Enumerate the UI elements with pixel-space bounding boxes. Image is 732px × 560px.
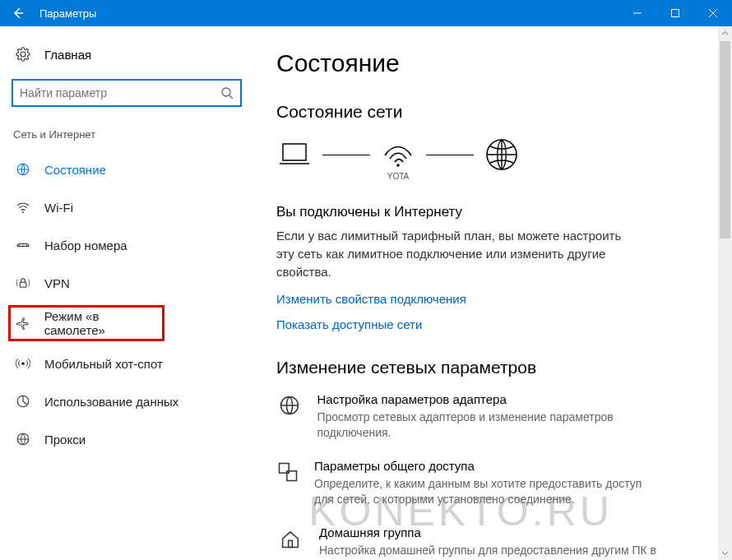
nav-item-airplane[interactable]: Режим «в самолете» (8, 305, 164, 341)
page-title: Состояние (276, 49, 716, 77)
search-box[interactable] (12, 79, 242, 107)
maximize-icon (671, 9, 679, 17)
scroll-up-button[interactable] (718, 26, 732, 40)
option-desc: Определите, к каким данным вы хотите пре… (314, 476, 663, 507)
nav-list: Состояние Wi-Fi Набор номера VPN (8, 150, 245, 458)
nav-item-hotspot[interactable]: Мобильный хот-спот (8, 345, 245, 382)
option-title: Настройка параметров адаптера (317, 392, 663, 406)
section-change-heading: Изменение сетевых параметров (276, 358, 716, 377)
option-title: Домашняя группа (319, 525, 656, 539)
maximize-button[interactable] (656, 0, 694, 26)
network-diagram: YOTA (276, 137, 716, 173)
arrow-left-icon (12, 7, 25, 20)
connection-line (322, 155, 370, 155)
nav-item-status[interactable]: Состояние (8, 150, 245, 188)
link-change-properties[interactable]: Изменить свойства подключения (276, 292, 466, 306)
titlebar: Параметры (0, 0, 732, 26)
globe-large-icon (484, 137, 520, 173)
sharing-icon (276, 459, 299, 507)
window-title: Параметры (36, 7, 618, 20)
option-homegroup[interactable]: Домашняя группа Настройка домашней групп… (276, 525, 663, 558)
proxy-icon (13, 432, 33, 447)
nav-item-label: Мобильный хот-спот (44, 357, 163, 371)
internet-node (484, 137, 520, 173)
link-show-networks[interactable]: Показать доступные сети (276, 317, 422, 331)
globe-icon (13, 162, 33, 177)
scroll-down-button[interactable] (718, 546, 732, 560)
wifi-caption: YOTA (387, 172, 409, 181)
back-button[interactable] (0, 0, 36, 26)
svg-rect-14 (289, 540, 293, 547)
option-sharing[interactable]: Параметры общего доступа Определите, к к… (276, 459, 663, 507)
wifi-icon (13, 200, 33, 215)
window-controls (618, 0, 732, 26)
nav-item-label: Wi-Fi (44, 201, 73, 215)
nav-item-vpn[interactable]: VPN (8, 264, 245, 302)
wifi-node: YOTA (380, 141, 416, 169)
scrollbar-thumb[interactable] (720, 41, 730, 238)
sidebar: Главная Сеть и Интернет Состояние Wi-Fi (0, 26, 253, 560)
option-title: Параметры общего доступа (314, 459, 663, 473)
device-node (276, 141, 313, 169)
close-icon (709, 9, 717, 17)
svg-point-5 (21, 362, 25, 365)
home-label: Главная (44, 48, 91, 62)
chevron-up-icon (721, 30, 729, 37)
nav-item-wifi[interactable]: Wi-Fi (8, 188, 245, 226)
close-button[interactable] (694, 0, 732, 26)
nav-item-label: Режим «в самолете» (44, 309, 162, 337)
search-input[interactable] (20, 86, 220, 100)
nav-item-dialup[interactable]: Набор номера (8, 226, 245, 264)
nav-item-proxy[interactable]: Прокси (8, 420, 245, 458)
scrollbar[interactable] (718, 26, 732, 560)
svg-point-9 (396, 164, 400, 167)
svg-point-3 (22, 211, 24, 213)
nav-item-label: Использование данных (44, 395, 178, 409)
wifi-signal-icon (380, 141, 416, 169)
vpn-icon (13, 275, 33, 290)
laptop-icon (276, 141, 313, 169)
svg-rect-0 (672, 10, 679, 17)
homegroup-icon (276, 525, 304, 558)
nav-item-label: Прокси (44, 433, 86, 447)
chevron-down-icon (721, 549, 729, 557)
section-status-heading: Состояние сети (276, 102, 716, 122)
data-usage-icon (13, 394, 33, 409)
svg-rect-8 (283, 144, 306, 160)
option-adapter[interactable]: Настройка параметров адаптера Просмотр с… (276, 392, 663, 441)
hotspot-icon (13, 356, 33, 371)
option-desc: Настройка домашней группы для предоставл… (319, 543, 656, 558)
nav-item-datausage[interactable]: Использование данных (8, 382, 245, 420)
option-desc: Просмотр сетевых адаптеров и изменение п… (317, 410, 663, 441)
nav-item-label: Состояние (44, 163, 106, 177)
gear-icon (13, 47, 33, 62)
search-icon (220, 86, 234, 100)
dialup-icon (13, 238, 33, 252)
connected-title: Вы подключены к Интернету (276, 204, 716, 220)
svg-rect-4 (20, 282, 26, 287)
minimize-icon (633, 9, 642, 17)
minimize-button[interactable] (618, 0, 656, 26)
svg-point-1 (222, 88, 230, 96)
nav-item-label: VPN (44, 276, 70, 290)
nav-item-label: Набор номера (44, 238, 127, 252)
home-button[interactable]: Главная (8, 38, 245, 71)
connected-desc: Если у вас лимитный тарифный план, вы мо… (276, 227, 638, 280)
main-panel: Состояние Состояние сети YOTA (253, 26, 732, 560)
airplane-icon (13, 316, 33, 331)
sidebar-group-label: Сеть и Интернет (8, 128, 245, 141)
adapter-icon (276, 392, 302, 441)
connection-line (426, 155, 474, 155)
